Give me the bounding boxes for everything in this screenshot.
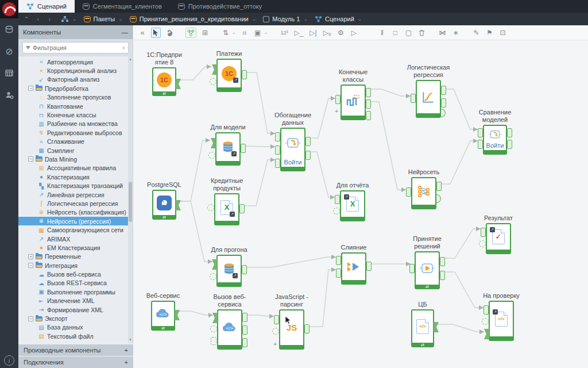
output-port[interactable] (366, 111, 371, 120)
breadcrumb-package-credit[interactable]: Принятие_решения_о_кредитовании ⌄ (130, 16, 256, 22)
output-port[interactable] (441, 86, 446, 95)
sidebar-item-neural-regression[interactable]: ※Нейросеть (регрессия) (18, 217, 128, 225)
sidebar-item-sampling[interactable]: ▦Сэмплинг (18, 146, 128, 155)
input-port[interactable] (406, 187, 411, 197)
sidebar-item-logistic-regression[interactable]: ʃЛогистическая регрессия (18, 199, 128, 208)
input-port[interactable] (409, 264, 415, 273)
sidebar-item-xml-generation[interactable]: ⇥Формирование XML (18, 305, 128, 314)
run-settings-icon[interactable]: ⚙ (336, 28, 345, 38)
input-port[interactable] (481, 228, 486, 237)
sidebar-item-transaction-clustering[interactable]: ▚Кластеризация транзакций (18, 181, 128, 190)
optional-input-port[interactable] (207, 204, 214, 211)
scroll-up-icon[interactable]: ▲ (128, 56, 133, 62)
input-port[interactable] (274, 315, 279, 324)
optional-input-port[interactable] (479, 240, 486, 247)
sidebar-item-em-clustering[interactable]: ●EM Кластеризация (18, 243, 128, 252)
grid-view-icon[interactable]: ⊞ (200, 28, 210, 38)
sidebar-item-association-rules[interactable]: ⊞Ассоциативные правила (18, 164, 128, 172)
output-port[interactable] (507, 140, 512, 149)
output-port[interactable] (507, 128, 512, 137)
node-cb[interactable]: ЦБ </> ⇄ (411, 309, 434, 347)
user-settings-icon[interactable] (0, 84, 18, 106)
expand-icon[interactable]: + (125, 347, 128, 354)
sidebar-folder-integration[interactable]: −Интеграция (18, 261, 128, 270)
scenario-canvas[interactable]: 1С:Предприятие 8 1С ⇄ Платежи 1С↗ Для мо… (133, 40, 588, 368)
optional-input-port[interactable] (272, 328, 279, 335)
sidebar-item-split-sets[interactable]: ▥Разбиение на множества (18, 120, 128, 128)
collapse-toggle[interactable]: − (28, 156, 33, 162)
reports-table-icon[interactable] (0, 62, 18, 84)
input-port[interactable] (275, 159, 280, 168)
clear-filter-icon[interactable]: × (122, 45, 125, 51)
sidebar-item-final-classes[interactable]: ⊓Конечные классы (18, 110, 128, 119)
collapse-panel-icon[interactable]: « (138, 28, 147, 38)
scrollbar-thumb[interactable] (129, 182, 132, 222)
node-neural-network[interactable]: Нейросеть (411, 177, 436, 209)
sidebar-item-excel-file[interactable]: ▦Excel файл (18, 341, 128, 343)
expand-icon[interactable]: + (125, 359, 128, 366)
optional-input-port[interactable] (333, 208, 340, 214)
collapse-toggle[interactable]: − (28, 86, 33, 91)
variable-input-port[interactable] (211, 337, 216, 345)
sidebar-item-self-organizing[interactable]: ▦Самоорганизующиеся сети (18, 225, 128, 234)
optional-input-port[interactable] (210, 325, 217, 332)
node-js-parsing[interactable]: JavaScript - парсинг JS + (279, 309, 304, 350)
nav-up-button[interactable]: ⌃ (22, 16, 31, 23)
breadcrumb-packages[interactable]: Пакеты ⌄ (84, 16, 123, 22)
derived-components-panel[interactable]: Производные компоненты + (18, 344, 133, 356)
packages-icon[interactable] (0, 18, 18, 40)
pan-tool-icon[interactable] (165, 28, 174, 38)
sidebar-item-database-export[interactable]: ▤База данных (18, 323, 128, 332)
sidebar-item-xml-extraction[interactable]: ⇤Извлечение XML (18, 297, 128, 305)
output-port[interactable] (366, 262, 372, 271)
output-port[interactable] (242, 325, 247, 335)
add-port-icon[interactable]: + (273, 340, 277, 347)
node-for-report[interactable]: Для отчёта X↗ (340, 190, 365, 221)
output-port[interactable] (242, 265, 247, 274)
collapse-toggle[interactable]: − (28, 316, 33, 321)
flag-icon[interactable]: ⚑ (485, 28, 494, 38)
copy-style-icon[interactable]: ▣ (253, 28, 262, 38)
scenario-view-icon[interactable] (185, 28, 196, 38)
app-logo[interactable] (0, 0, 18, 18)
run-next-icon[interactable]: ▷| (308, 28, 318, 38)
collapse-panel-button[interactable]: — (122, 29, 129, 36)
node-for-run[interactable]: Для прогона ↗ (216, 255, 242, 287)
collapse-toggle[interactable]: − (28, 263, 33, 268)
tab-scenario[interactable]: Сценарий (18, 0, 75, 13)
output-port[interactable] (239, 204, 245, 213)
sidebar-item-arimax[interactable]: ↗ARIMAX (18, 235, 128, 243)
node-web-service[interactable]: Веб-сервис </> ⇄ (151, 301, 175, 331)
node-decision-making[interactable]: Принятие решений ⇄ (415, 251, 440, 289)
optional-input-port[interactable] (208, 152, 215, 159)
output-port[interactable] (242, 313, 247, 322)
output-port[interactable] (441, 98, 446, 108)
precision-icon[interactable]: 12³ (279, 28, 289, 38)
sidebar-folder-export[interactable]: −Экспорт (18, 314, 128, 323)
output-port[interactable] (305, 151, 311, 160)
node-merge[interactable]: Слияние (341, 252, 366, 285)
node-result[interactable]: Результат ✓↗ (486, 223, 511, 254)
restricted-icon[interactable]: ⊘ (0, 40, 18, 62)
node-final-classes[interactable]: Конечные классы + (341, 85, 366, 120)
filter-input[interactable] (33, 44, 119, 51)
delete-icon[interactable] (417, 28, 426, 38)
breadcrumb-module[interactable]: Модуль 1 ⌄ (263, 16, 308, 22)
sidebar-folder-data-mining[interactable]: −Data Mining (18, 155, 128, 163)
sidebar-item-linear-regression[interactable]: ↗Линейная регрессия (18, 190, 128, 199)
pause-icon[interactable]: ‖ (377, 28, 386, 38)
output-port[interactable] (436, 182, 442, 191)
expand-toggle[interactable]: + (28, 254, 33, 259)
connections-panel[interactable]: Подключения + (18, 356, 133, 368)
input-port[interactable] (336, 256, 341, 265)
chevron-down-icon[interactable]: ⌄ (232, 30, 236, 35)
input-port[interactable] (275, 132, 280, 141)
output-port[interactable] (440, 257, 445, 266)
pin-icon[interactable]: ✎ (471, 28, 481, 38)
info-icon[interactable]: i (4, 355, 14, 366)
nav-back-button[interactable]: ‹ (33, 16, 42, 22)
input-port[interactable] (275, 145, 280, 155)
run-from-node-icon[interactable]: ▷ₒ (322, 28, 332, 38)
duplicate-icon[interactable]: ▢ (404, 28, 413, 38)
new-node-icon[interactable]: □ (390, 28, 400, 38)
